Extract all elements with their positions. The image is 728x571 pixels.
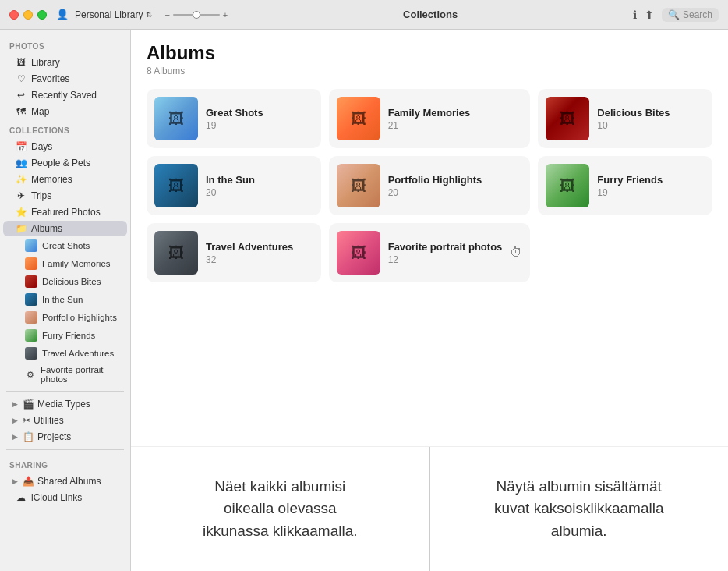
album-thumb-portfolio-highlights bbox=[337, 164, 380, 207]
sidebar-item-projects[interactable]: ▶ 📋 Projects bbox=[3, 429, 127, 445]
sidebar-label-favorite-portrait: Favorite portrait photos bbox=[41, 365, 118, 384]
slider-thumb[interactable] bbox=[193, 11, 200, 19]
library-label: Personal Library bbox=[75, 9, 143, 20]
toolbar-right: ℹ ⬆ 🔍 Search bbox=[633, 8, 719, 22]
album-card-family-memories[interactable]: Family Memories 21 bbox=[329, 89, 531, 148]
sidebar-label-family-memories: Family Memories bbox=[42, 259, 111, 268]
chevron-right-icon: ▶ bbox=[12, 400, 18, 408]
sidebar-label-utilities: Utilities bbox=[34, 415, 64, 426]
chevron-right-icon-2: ▶ bbox=[12, 417, 18, 424]
album-name-furry-friends: Furry Friends bbox=[597, 174, 705, 186]
album-name-favorite-portrait: Favorite portrait photos bbox=[388, 241, 503, 253]
travel-adventures-thumb bbox=[25, 347, 37, 360]
sidebar-item-family-memories[interactable]: Family Memories bbox=[3, 255, 127, 272]
chevron-right-icon-3: ▶ bbox=[12, 433, 18, 441]
sidebar-label-people-pets: People & Pets bbox=[31, 158, 90, 168]
sidebar-item-furry-friends[interactable]: Furry Friends bbox=[3, 327, 127, 344]
album-thumb-favorite-portrait bbox=[337, 231, 380, 275]
album-count-favorite-portrait: 12 bbox=[388, 254, 503, 265]
photos-section-title: Photos bbox=[0, 36, 130, 54]
sidebar-label-travel-adventures: Travel Adventures bbox=[42, 349, 114, 358]
sidebar-item-portfolio-highlights[interactable]: Portfolio Highlights bbox=[3, 309, 127, 326]
sidebar-label-portfolio-highlights: Portfolio Highlights bbox=[42, 313, 117, 322]
sidebar-item-featured-photos[interactable]: ⭐ Featured Photos bbox=[3, 204, 127, 220]
album-name-portfolio-highlights: Portfolio Highlights bbox=[388, 174, 523, 186]
sidebar-label-library: Library bbox=[31, 57, 60, 68]
chevron-right-icon-4: ▶ bbox=[12, 477, 18, 485]
sidebar-item-library[interactable]: 🖼 Library bbox=[3, 55, 127, 70]
album-card-delicious-bites[interactable]: Delicious Bites 10 bbox=[538, 89, 712, 148]
album-thumb-travel-adventures bbox=[154, 231, 198, 275]
sidebar-label-projects: Projects bbox=[37, 431, 71, 442]
family-memories-thumb bbox=[25, 257, 37, 270]
album-card-furry-friends[interactable]: Furry Friends 19 bbox=[538, 156, 712, 215]
library-selector[interactable]: Personal Library ⇅ bbox=[75, 9, 152, 20]
album-name-in-the-sun: In the Sun bbox=[206, 174, 313, 186]
projects-icon: 📋 bbox=[23, 431, 34, 442]
zoom-slider[interactable]: − + bbox=[164, 10, 228, 20]
sidebar-item-media-types[interactable]: ▶ 🎬 Media Types bbox=[3, 396, 127, 412]
sidebar-item-memories[interactable]: ✨ Memories bbox=[3, 172, 127, 187]
sidebar-item-days[interactable]: 📅 Days bbox=[3, 139, 127, 154]
sidebar-item-icloud-links[interactable]: ☁ iCloud Links bbox=[3, 490, 127, 505]
album-info-family-memories: Family Memories 21 bbox=[388, 107, 523, 131]
sidebar-label-days: Days bbox=[31, 141, 52, 152]
favorite-portrait-icon: ⚙ bbox=[25, 369, 36, 380]
sidebar-item-favorite-portrait[interactable]: ⚙ Favorite portrait photos bbox=[3, 363, 127, 386]
album-card-great-shots[interactable]: Great Shots 19 bbox=[147, 89, 321, 148]
sidebar-item-travel-adventures[interactable]: Travel Adventures bbox=[3, 345, 127, 362]
sidebar-item-people-pets[interactable]: 👥 People & Pets bbox=[3, 155, 127, 171]
sidebar-label-favorites: Favorites bbox=[31, 73, 69, 84]
minimize-button[interactable] bbox=[23, 10, 33, 20]
info-icon[interactable]: ℹ bbox=[633, 9, 637, 21]
sidebar-item-map[interactable]: 🗺 Map bbox=[3, 104, 127, 119]
shared-albums-icon: 📤 bbox=[23, 476, 34, 487]
sidebar-label-icloud-links: iCloud Links bbox=[31, 492, 82, 503]
album-info-portfolio-highlights: Portfolio Highlights 20 bbox=[388, 174, 523, 198]
album-info-in-the-sun: In the Sun 20 bbox=[206, 174, 313, 198]
album-card-travel-adventures[interactable]: Travel Adventures 32 bbox=[147, 223, 321, 282]
sidebar-item-delicious-bites[interactable]: Delicious Bites bbox=[3, 273, 127, 290]
album-card-in-the-sun[interactable]: In the Sun 20 bbox=[147, 156, 321, 215]
sidebar-item-trips[interactable]: ✈ Trips bbox=[3, 188, 127, 204]
sidebar: Photos 🖼 Library ♡ Favorites ↩ Recently … bbox=[0, 30, 131, 571]
slider-track[interactable] bbox=[173, 14, 220, 16]
sidebar-item-in-the-sun[interactable]: In the Sun bbox=[3, 291, 127, 308]
album-count-furry-friends: 19 bbox=[597, 187, 705, 198]
albums-icon: 📁 bbox=[16, 223, 27, 234]
people-pets-icon: 👥 bbox=[16, 158, 27, 168]
sidebar-label-albums: Albums bbox=[31, 223, 62, 234]
sidebar-item-albums[interactable]: 📁 Albums bbox=[3, 221, 127, 236]
album-thumb-furry-friends bbox=[546, 164, 589, 207]
sidebar-item-great-shots[interactable]: Great Shots bbox=[3, 237, 127, 254]
media-types-icon: 🎬 bbox=[23, 399, 34, 410]
annotation-left-text: Näet kaikki albumisioikealla olevassaikk… bbox=[203, 476, 358, 543]
great-shots-thumb bbox=[25, 239, 37, 252]
maximize-button[interactable] bbox=[37, 10, 47, 20]
person-icon: 👤 bbox=[56, 9, 69, 20]
sidebar-item-favorites[interactable]: ♡ Favorites bbox=[3, 71, 127, 87]
share-icon[interactable]: ⬆ bbox=[645, 9, 654, 21]
sidebar-label-recently-saved: Recently Saved bbox=[31, 90, 97, 101]
sidebar-item-recently-saved[interactable]: ↩ Recently Saved bbox=[3, 87, 127, 103]
traffic-lights bbox=[9, 10, 47, 20]
annotation-bar: Näet kaikki albumisioikealla olevassaikk… bbox=[131, 446, 728, 571]
search-box[interactable]: 🔍 Search bbox=[662, 8, 719, 22]
sidebar-label-featured-photos: Featured Photos bbox=[31, 207, 101, 218]
album-count-label: 8 Albums bbox=[147, 66, 712, 76]
favorites-icon: ♡ bbox=[16, 73, 27, 84]
search-placeholder: Search bbox=[683, 9, 712, 20]
album-thumb-great-shots bbox=[154, 97, 198, 140]
close-button[interactable] bbox=[9, 10, 19, 20]
album-count-portfolio-highlights: 20 bbox=[388, 187, 523, 198]
sidebar-label-media-types: Media Types bbox=[37, 399, 90, 410]
toolbar-title: Collections bbox=[228, 9, 633, 20]
album-card-favorite-portrait[interactable]: Favorite portrait photos 12 ⏱ bbox=[329, 223, 531, 282]
album-count-great-shots: 19 bbox=[206, 120, 313, 131]
album-info-favorite-portrait: Favorite portrait photos 12 bbox=[388, 241, 503, 265]
album-card-portfolio-highlights[interactable]: Portfolio Highlights 20 bbox=[329, 156, 531, 215]
sidebar-item-shared-albums[interactable]: ▶ 📤 Shared Albums bbox=[3, 473, 127, 489]
album-info-travel-adventures: Travel Adventures 32 bbox=[206, 241, 313, 265]
sidebar-item-utilities[interactable]: ▶ ✂ Utilities bbox=[3, 413, 127, 428]
album-count-delicious-bites: 10 bbox=[597, 120, 705, 131]
